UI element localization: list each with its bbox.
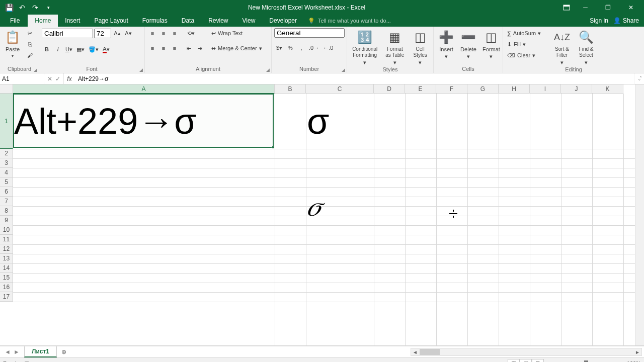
font-color-button[interactable]: A▾ — [101, 44, 111, 54]
decrease-indent-button[interactable]: ⇤ — [184, 43, 194, 53]
orientation-button[interactable]: ⟲▾ — [186, 28, 196, 38]
row-header[interactable]: 2 — [0, 149, 13, 158]
ribbon-display-options-icon[interactable] — [559, 0, 574, 15]
row-header[interactable]: 7 — [0, 197, 13, 206]
row-header[interactable]: 17 — [0, 292, 13, 302]
delete-cells-button[interactable]: ➖ Delete▾ — [458, 28, 478, 59]
expand-formula-bar-icon[interactable]: ⌄ — [634, 73, 644, 84]
currency-button[interactable]: $▾ — [274, 43, 284, 53]
borders-button[interactable]: ▦▾ — [75, 44, 86, 54]
row-header[interactable]: 12 — [0, 244, 13, 254]
column-header[interactable]: A — [13, 84, 275, 94]
page-break-view-button[interactable]: ⊞ — [532, 359, 544, 363]
fill-button[interactable]: ⬇Fill ▾ — [506, 39, 549, 49]
align-top-button[interactable]: ≡ — [147, 28, 157, 38]
decrease-decimal-button[interactable]: ←.0 — [321, 43, 335, 53]
align-right-button[interactable]: ≡ — [170, 43, 180, 53]
tab-data[interactable]: Data — [175, 15, 201, 27]
tab-review[interactable]: Review — [201, 15, 235, 27]
save-icon[interactable]: 💾 — [3, 2, 15, 14]
sign-in-link[interactable]: Sign in — [590, 17, 608, 24]
redo-icon[interactable]: ↷ — [29, 2, 41, 14]
cancel-formula-icon[interactable]: ✕ — [47, 75, 52, 82]
format-as-table-button[interactable]: ▦ Format as Table▾ — [382, 28, 408, 65]
undo-icon[interactable]: ↶ — [16, 2, 28, 14]
fx-icon[interactable]: fx — [64, 73, 75, 84]
tell-me-search[interactable]: 💡 Tell me what you want to do... — [304, 15, 395, 27]
underline-button[interactable]: U▾ — [64, 44, 74, 54]
tab-page-layout[interactable]: Page Layout — [87, 15, 135, 27]
row-header[interactable]: 4 — [0, 168, 13, 177]
increase-indent-button[interactable]: ⇥ — [195, 43, 205, 53]
tab-insert[interactable]: Insert — [58, 15, 87, 27]
row-header[interactable]: 9 — [0, 216, 13, 225]
column-header[interactable]: D — [374, 84, 405, 94]
dialog-launcher-icon[interactable]: ◢ — [34, 67, 37, 72]
fill-color-button[interactable]: 🪣▾ — [87, 44, 100, 54]
restore-icon[interactable]: ❐ — [597, 0, 619, 15]
name-box[interactable]: ▼ — [0, 73, 44, 84]
column-header[interactable]: B — [275, 84, 306, 94]
comma-button[interactable]: , — [296, 43, 306, 53]
sheet-tab-active[interactable]: Лист1 — [24, 346, 57, 357]
number-format-combo[interactable] — [274, 28, 345, 38]
conditional-formatting-button[interactable]: 🔢 Conditional Formatting▾ — [350, 28, 380, 65]
formula-input[interactable] — [75, 73, 634, 84]
share-button[interactable]: 👤 Share — [613, 17, 639, 24]
format-painter-button[interactable]: 🖌 — [25, 50, 35, 60]
column-header[interactable]: E — [405, 84, 436, 94]
tab-file[interactable]: File — [2, 15, 28, 27]
clear-button[interactable]: ⌫Clear ▾ — [506, 50, 549, 60]
spreadsheet-grid[interactable]: ABCDEFGHIJK 1234567891011121314151617 Al… — [0, 84, 644, 346]
format-cells-button[interactable]: ◫ Format▾ — [480, 28, 502, 59]
bold-button[interactable]: B — [42, 44, 52, 54]
align-left-button[interactable]: ≡ — [147, 43, 157, 53]
zoom-in-button[interactable]: + — [618, 360, 621, 363]
wrap-text-button[interactable]: ↩Wrap Text — [210, 28, 270, 38]
cell-A1[interactable]: Alt+229→σ — [13, 94, 197, 149]
merge-center-button[interactable]: ⬌Merge & Center ▾ — [210, 43, 270, 53]
row-header[interactable]: 14 — [0, 263, 13, 273]
row-header[interactable]: 16 — [0, 283, 13, 292]
insert-cells-button[interactable]: ➕ Insert▾ — [436, 28, 456, 59]
percent-button[interactable]: % — [285, 43, 295, 53]
row-header[interactable]: 8 — [0, 206, 13, 216]
sheet-nav[interactable]: ◄► — [0, 346, 24, 357]
decrease-font-button[interactable]: A▾ — [123, 28, 133, 38]
cut-button[interactable]: ✂ — [25, 28, 35, 38]
increase-font-button[interactable]: A▴ — [112, 28, 122, 38]
column-header[interactable]: J — [561, 84, 592, 94]
normal-view-button[interactable]: ▦ — [508, 359, 520, 363]
page-layout-view-button[interactable]: ◫ — [520, 359, 532, 363]
column-header[interactable]: H — [499, 84, 530, 94]
row-header[interactable]: 1 — [0, 94, 13, 149]
copy-button[interactable]: ⎘ — [25, 39, 35, 49]
column-header[interactable]: I — [530, 84, 561, 94]
row-header[interactable]: 11 — [0, 235, 13, 244]
minimize-icon[interactable]: ─ — [574, 0, 597, 15]
tab-view[interactable]: View — [235, 15, 263, 27]
collapse-ribbon-icon[interactable]: ˄ — [639, 75, 642, 81]
sort-filter-button[interactable]: A↓Z Sort & Filter▾ — [551, 28, 573, 65]
dialog-launcher-icon[interactable]: ◢ — [342, 67, 345, 72]
align-center-button[interactable]: ≡ — [158, 43, 169, 53]
italic-button[interactable]: I — [53, 44, 63, 54]
column-header[interactable]: F — [436, 84, 467, 94]
cell-C1[interactable]: σ — [306, 94, 329, 149]
font-name-combo[interactable] — [42, 29, 93, 38]
qat-customize-icon[interactable]: ▾ — [42, 2, 54, 14]
row-header[interactable]: 13 — [0, 254, 13, 263]
dialog-launcher-icon[interactable]: ◢ — [266, 67, 270, 72]
dialog-launcher-icon[interactable]: ◢ — [139, 67, 143, 72]
tab-developer[interactable]: Developer — [262, 15, 304, 27]
close-icon[interactable]: ✕ — [619, 0, 642, 15]
column-header[interactable]: K — [592, 84, 623, 94]
find-select-button[interactable]: 🔍 Find & Select▾ — [575, 28, 597, 65]
paste-button[interactable]: 📋 Paste ▾ — [3, 28, 23, 59]
vertical-scrollbar[interactable] — [635, 84, 644, 345]
horizontal-scrollbar[interactable]: ◄ ► — [411, 348, 642, 356]
align-middle-button[interactable]: ≡ — [158, 28, 169, 38]
autosum-button[interactable]: ∑AutoSum ▾ — [506, 28, 549, 38]
macro-record-icon[interactable]: ▢ — [24, 360, 29, 362]
tab-home[interactable]: Home — [28, 15, 58, 27]
